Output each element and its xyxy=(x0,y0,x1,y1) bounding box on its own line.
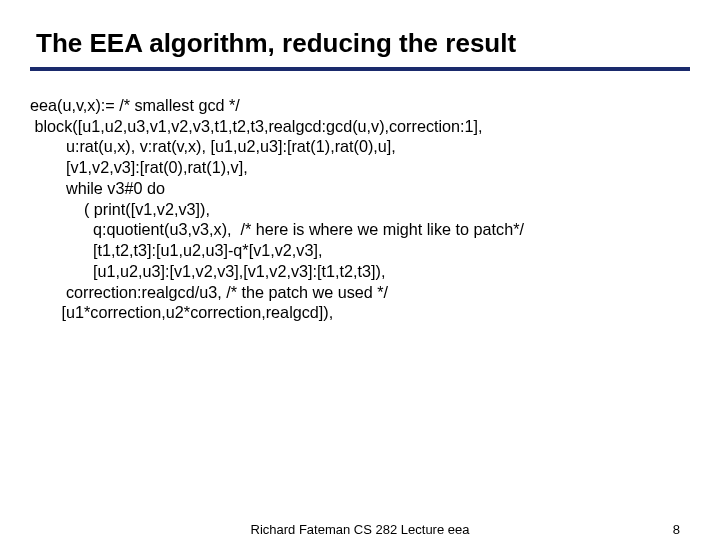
slide: The EEA algorithm, reducing the result e… xyxy=(0,0,720,540)
code-line: eea(u,v,x):= /* smallest gcd */ xyxy=(30,96,240,114)
code-line: q:quotient(u3,v3,x), /* here is where we… xyxy=(30,220,524,238)
code-line: [u1*correction,u2*correction,realgcd]), xyxy=(30,303,333,321)
slide-title: The EEA algorithm, reducing the result xyxy=(30,28,690,59)
footer-text: Richard Fateman CS 282 Lecture eea xyxy=(251,522,470,537)
code-line: block([u1,u2,u3,v1,v2,v3,t1,t2,t3,realgc… xyxy=(30,117,483,135)
code-line: u:rat(u,x), v:rat(v,x), [u1,u2,u3]:[rat(… xyxy=(30,137,396,155)
code-line: [v1,v2,v3]:[rat(0),rat(1),v], xyxy=(30,158,248,176)
code-line: correction:realgcd/u3, /* the patch we u… xyxy=(30,283,388,301)
code-line: [t1,t2,t3]:[u1,u2,u3]-q*[v1,v2,v3], xyxy=(30,241,322,259)
title-rule xyxy=(30,67,690,71)
code-block: eea(u,v,x):= /* smallest gcd */ block([u… xyxy=(30,95,690,323)
code-line: ( print([v1,v2,v3]), xyxy=(30,200,210,218)
code-line: [u1,u2,u3]:[v1,v2,v3],[v1,v2,v3]:[t1,t2,… xyxy=(30,262,385,280)
code-line: while v3#0 do xyxy=(30,179,165,197)
page-number: 8 xyxy=(673,522,680,537)
